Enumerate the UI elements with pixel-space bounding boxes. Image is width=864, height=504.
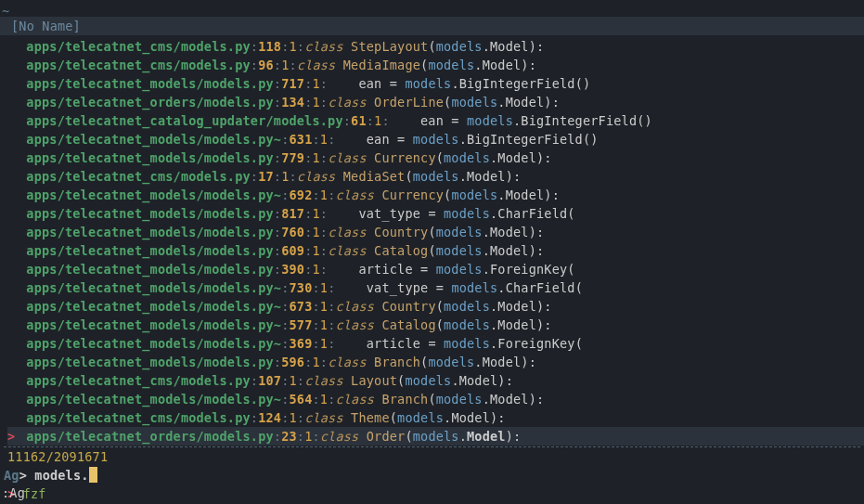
identifier: ean [367, 132, 390, 147]
result-column-number: 1 [320, 132, 328, 147]
result-line-number: 596 [281, 355, 304, 369]
search-result-row[interactable]: apps/telecatnet_models/models.py:760:1:c… [7, 223, 864, 241]
result-column-number: 1 [312, 76, 319, 91]
result-line-number: 779 [281, 150, 304, 165]
result-column-number: 1 [320, 336, 328, 351]
result-line-number: 96 [258, 58, 274, 72]
text-cursor [89, 467, 97, 483]
result-file-path: apps/telecatnet_models/models.py~ [26, 187, 281, 202]
result-line-number: 107 [258, 373, 281, 388]
class-name: Branch [374, 355, 420, 369]
result-file-path: apps/telecatnet_cms/models.py [26, 58, 251, 72]
attr-name: ForeignKey [497, 336, 574, 351]
row-pointer-icon [7, 204, 19, 223]
base-class: Model [483, 58, 522, 72]
result-file-path: apps/telecatnet_models/models.py~ [26, 392, 281, 407]
search-result-row[interactable]: apps/telecatnet_cms/models.py:124:1:clas… [7, 408, 864, 427]
ag-prompt-label: Ag [4, 468, 19, 483]
row-pointer-icon [7, 297, 19, 316]
row-pointer-icon [7, 408, 19, 427]
module-ref: models [451, 187, 497, 202]
result-file-path: apps/telecatnet_cms/models.py [26, 169, 251, 184]
result-column-number: 1 [312, 262, 319, 277]
search-result-row[interactable]: apps/telecatnet_cms/models.py:96:1:class… [7, 56, 864, 74]
module-ref: models [444, 299, 490, 314]
base-class: Model [497, 317, 536, 332]
result-file-path: apps/telecatnet_models/models.py~ [26, 317, 281, 332]
search-result-row[interactable]: apps/telecatnet_models/models.py:609:1:c… [7, 241, 864, 260]
keyword-class: class [335, 187, 381, 202]
search-result-row-selected[interactable]: > apps/telecatnet_orders/models.py:23:1:… [7, 427, 864, 446]
row-pointer-icon [7, 371, 19, 390]
result-column-number: 1 [312, 355, 319, 369]
result-column-number: 1 [289, 39, 296, 54]
search-result-row[interactable]: apps/telecatnet_catalog_updater/models.p… [7, 111, 864, 130]
result-file-path: apps/telecatnet_models/models.py [26, 225, 274, 239]
keyword-class: class [335, 392, 381, 407]
row-pointer-icon [7, 130, 19, 149]
module-ref: models [428, 58, 474, 72]
search-result-row[interactable]: apps/telecatnet_models/models.py:779:1:c… [7, 149, 864, 167]
search-result-row[interactable]: apps/telecatnet_models/models.py~:730:1:… [7, 278, 864, 297]
row-pointer-icon [7, 278, 19, 297]
row-pointer-icon [7, 241, 19, 260]
row-pointer-icon [7, 316, 19, 334]
row-pointer-icon [7, 334, 19, 353]
result-line-number: 390 [281, 262, 304, 277]
class-name: Country [374, 225, 428, 239]
result-file-path: apps/telecatnet_models/models.py [26, 355, 274, 369]
search-result-row[interactable]: apps/telecatnet_orders/models.py:134:1:c… [7, 93, 864, 111]
module-ref: models [451, 280, 497, 295]
result-line-number: 609 [281, 243, 304, 258]
module-ref: models [413, 429, 459, 444]
search-result-row[interactable]: apps/telecatnet_models/models.py~:369:1:… [7, 334, 864, 353]
module-ref: models [436, 243, 483, 258]
base-class: Model [506, 187, 545, 202]
row-pointer-icon [7, 93, 19, 111]
result-line-number: 673 [289, 299, 312, 314]
keyword-class: class [304, 39, 351, 54]
row-pointer-icon [7, 260, 19, 278]
results-divider [4, 446, 860, 447]
search-result-row[interactable]: apps/telecatnet_cms/models.py:118:1:clas… [7, 37, 864, 56]
keyword-class: class [335, 317, 381, 332]
search-result-row[interactable]: apps/telecatnet_models/models.py~:692:1:… [7, 186, 864, 204]
ag-prompt-row[interactable]: Ag> models. [4, 466, 97, 485]
search-result-row[interactable]: apps/telecatnet_models/models.py:390:1: … [7, 260, 864, 278]
attr-name: ForeignKey [490, 262, 567, 277]
class-name: Currency [374, 150, 436, 165]
result-line-number: 717 [281, 76, 304, 91]
row-pointer-icon [7, 111, 19, 130]
keyword-class: class [297, 58, 343, 72]
row-pointer-icon [7, 223, 19, 241]
result-column-number: 1 [320, 392, 328, 407]
class-name: Branch [381, 392, 428, 407]
base-class: Model [506, 95, 545, 110]
result-column-number: 1 [320, 187, 328, 202]
result-column-number: 1 [312, 206, 319, 221]
search-result-row[interactable]: apps/telecatnet_models/models.py:596:1:c… [7, 353, 864, 371]
result-column-number: 1 [312, 95, 319, 110]
row-pointer-icon [7, 149, 19, 167]
search-result-row[interactable]: apps/telecatnet_models/models.py:717:1: … [7, 74, 864, 93]
search-result-row[interactable]: apps/telecatnet_models/models.py~:564:1:… [7, 390, 864, 408]
vim-command-line[interactable]: :Ag [2, 484, 25, 502]
search-result-row[interactable]: apps/telecatnet_cms/models.py:107:1:clas… [7, 371, 864, 390]
ag-prompt-query[interactable]: models. [34, 468, 88, 483]
row-pointer-icon [7, 390, 19, 408]
class-name: Catalog [381, 317, 435, 332]
result-file-path: apps/telecatnet_models/models.py~ [26, 299, 281, 314]
result-file-path: apps/telecatnet_models/models.py [26, 243, 274, 258]
row-pointer-icon [7, 56, 19, 74]
search-result-row[interactable]: apps/telecatnet_models/models.py~:673:1:… [7, 297, 864, 316]
result-line-number: 631 [289, 132, 312, 147]
buffer-title-text: [No Name] [11, 19, 81, 33]
keyword-class: class [297, 169, 343, 184]
search-result-row[interactable]: apps/telecatnet_models/models.py:817:1: … [7, 204, 864, 223]
search-result-row[interactable]: apps/telecatnet_cms/models.py:17:1:class… [7, 167, 864, 186]
result-file-path: apps/telecatnet_orders/models.py [26, 95, 274, 110]
base-class: Model [483, 355, 522, 369]
search-result-row[interactable]: apps/telecatnet_models/models.py~:631:1:… [7, 130, 864, 149]
search-result-row[interactable]: apps/telecatnet_models/models.py~:577:1:… [7, 316, 864, 334]
module-ref: models [397, 410, 444, 425]
